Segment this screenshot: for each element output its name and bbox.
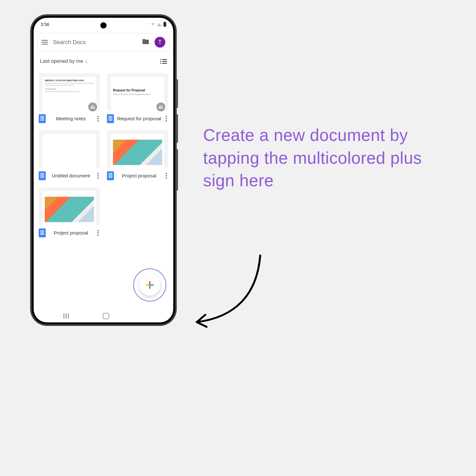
docs-file-icon — [107, 171, 114, 180]
shared-icon — [87, 102, 98, 112]
doc-card[interactable]: Request for Proposal Johnson Services Q2… — [107, 73, 168, 123]
camera-notch — [100, 22, 107, 29]
search-bar[interactable]: Search Docs T — [37, 33, 169, 51]
document-grid: WEEKLY STATUS MEETING 3/04 ATTENDEES Mee… — [34, 67, 173, 244]
sort-label: Last opened by me — [40, 58, 83, 64]
system-nav-bar — [34, 313, 173, 319]
doc-thumbnail — [107, 130, 168, 168]
doc-card[interactable]: Untitled document — [39, 130, 100, 180]
menu-icon[interactable] — [42, 40, 48, 44]
plus-icon — [146, 281, 154, 289]
doc-card[interactable]: Project proposal — [107, 130, 168, 180]
doc-title: Project proposal — [116, 173, 162, 179]
doc-title: Request for proposal — [116, 116, 162, 122]
doc-thumbnail: WEEKLY STATUS MEETING 3/04 ATTENDEES — [39, 73, 100, 111]
signal-icon — [157, 23, 162, 26]
docs-file-icon — [39, 228, 46, 237]
battery-icon — [163, 22, 166, 27]
doc-title: Meeting notes — [48, 116, 94, 122]
thumb-proposal-header: Request for Proposal — [113, 89, 145, 92]
power-button — [176, 149, 178, 190]
folder-icon[interactable] — [142, 38, 149, 47]
view-toggle-button[interactable] — [160, 59, 167, 64]
doc-title: Untitled document — [48, 173, 94, 179]
doc-thumbnail: Request for Proposal Johnson Services Q2… — [107, 73, 168, 111]
doc-card[interactable]: Project proposal — [39, 187, 100, 237]
callout-arrow — [186, 251, 268, 333]
docs-file-icon — [39, 171, 46, 180]
status-time: 3:56 — [41, 22, 49, 27]
more-options-button[interactable] — [164, 172, 168, 180]
avatar-initial: T — [158, 39, 162, 45]
create-document-button[interactable] — [139, 274, 161, 296]
more-options-button[interactable] — [164, 115, 168, 123]
search-input[interactable]: Search Docs — [53, 39, 137, 46]
more-options-button[interactable] — [96, 172, 100, 180]
nav-recents-button[interactable] — [63, 314, 69, 319]
fab-highlight-ring — [133, 268, 166, 301]
account-avatar[interactable]: T — [155, 37, 165, 48]
sort-filter[interactable]: Last opened by me ↓ — [40, 58, 88, 64]
arrow-down-icon: ↓ — [85, 58, 88, 64]
phone-frame: 3:56 Search Docs T Last opened by me — [32, 16, 175, 324]
docs-file-icon — [39, 114, 46, 123]
volume-up-button — [176, 79, 178, 108]
shared-icon — [155, 102, 166, 112]
more-options-button[interactable] — [96, 229, 100, 237]
doc-title: Project proposal — [48, 230, 94, 236]
wifi-icon — [151, 22, 155, 27]
nav-home-button[interactable] — [103, 313, 109, 319]
doc-card[interactable]: WEEKLY STATUS MEETING 3/04 ATTENDEES Mee… — [39, 73, 100, 123]
more-options-button[interactable] — [96, 115, 100, 123]
instruction-callout: Create a new document by tapping the mul… — [203, 124, 435, 192]
docs-file-icon — [107, 114, 114, 123]
doc-thumbnail — [39, 130, 100, 168]
doc-thumbnail — [39, 187, 100, 225]
thumb-proposal-sub: Johnson Services Q2 News giggle Business — [113, 93, 162, 95]
volume-down-button — [176, 114, 178, 143]
thumb-meeting-header: WEEKLY STATUS MEETING 3/04 — [45, 79, 94, 82]
